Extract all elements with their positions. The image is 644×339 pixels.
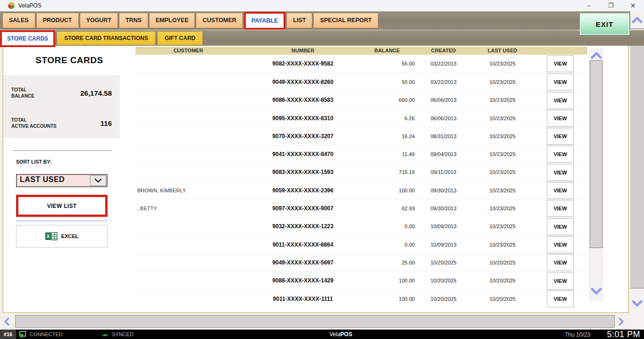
- balance-cell: 100.00: [360, 278, 415, 283]
- card-number-cell: 9049-XXXX-XXXX-5697: [256, 259, 350, 266]
- customer-cell: , BETTY: [137, 206, 239, 211]
- chevron-down-icon[interactable]: [90, 175, 106, 186]
- created-cell: 10/09/2013: [416, 242, 471, 248]
- card-number-cell: 9011-XXXX-XXXX-6864: [256, 241, 350, 248]
- minimize-button[interactable]: –: [577, 0, 600, 11]
- scroll-up-icon[interactable]: [591, 51, 602, 61]
- scroll-down-icon[interactable]: [591, 288, 602, 297]
- terminal-number-badge: #16: [0, 330, 16, 339]
- total-value: 26,174.58: [80, 89, 112, 97]
- view-button[interactable]: VIEW: [547, 164, 574, 181]
- created-cell: 10/09/2013: [416, 223, 471, 229]
- exit-button[interactable]: EXIT: [580, 13, 629, 35]
- last-used-cell: 10/23/2025: [475, 206, 530, 211]
- nav-tab[interactable]: EMPLOYEE: [149, 13, 195, 28]
- view-button[interactable]: VIEW: [547, 218, 574, 235]
- window-horizontal-scrollbar[interactable]: [0, 314, 629, 329]
- divider: [13, 150, 112, 151]
- sort-dropdown-value: LAST USED: [20, 175, 65, 184]
- nav-tab[interactable]: YOGURT: [80, 13, 118, 28]
- nav-tab[interactable]: PRODUCT: [36, 13, 79, 28]
- view-button[interactable]: VIEW: [547, 182, 574, 199]
- table-row: , BETTY 9097-XXXX-XXXX-9007 62.93 09/30/…: [135, 199, 587, 217]
- view-button[interactable]: VIEW: [547, 290, 574, 307]
- nav-tab[interactable]: PAYABLE: [244, 12, 286, 30]
- title-bar: VelaPOS – ❐ ✕: [0, 0, 644, 11]
- table-row: 9049-XXXX-XXXX-8260 50.00 03/22/2013 10/…: [135, 73, 587, 91]
- created-cell: 09/30/2013: [416, 188, 471, 193]
- last-used-cell: 10/23/2025: [475, 169, 530, 175]
- created-cell: 03/22/2013: [416, 79, 471, 85]
- table-row: 9011-XXXX-XXXX-1111 100.00 10/20/2025 10…: [135, 289, 587, 307]
- total-value: 116: [100, 119, 112, 127]
- scroll-down-icon[interactable]: [632, 300, 643, 309]
- connection-icon: [19, 331, 27, 339]
- close-button[interactable]: ✕: [622, 0, 644, 11]
- balance-cell: 660.00: [360, 97, 415, 103]
- created-cell: 06/06/2013: [416, 97, 471, 103]
- nav-tab[interactable]: SALES: [2, 13, 35, 28]
- page-title: STORE CARDS: [3, 55, 135, 66]
- view-button[interactable]: VIEW: [547, 128, 574, 145]
- created-cell: 08/31/2013: [416, 133, 471, 139]
- excel-icon: X: [45, 232, 58, 240]
- scrollbar-thumb[interactable]: [630, 28, 644, 289]
- sort-dropdown[interactable]: LAST USED: [16, 174, 108, 187]
- table-scrollbar[interactable]: [589, 48, 603, 301]
- nav-tab[interactable]: TRNS: [119, 13, 148, 28]
- store-cards-table: CUSTOMER NUMBER BALANCE CREATED LAST USE…: [135, 46, 628, 311]
- view-button[interactable]: VIEW: [547, 236, 574, 253]
- scrollbar-thumb[interactable]: [15, 315, 615, 328]
- table-row: 9088-XXXX-XXXX-1429 100.00 10/20/2025 10…: [135, 272, 587, 289]
- nav-tab[interactable]: CUSTOMER: [196, 13, 243, 28]
- divider: [16, 221, 108, 221]
- scroll-right-icon[interactable]: [618, 317, 625, 328]
- created-cell: 10/20/2025: [416, 260, 471, 265]
- synced-cloud-icon: ☁: [101, 330, 108, 338]
- view-button[interactable]: VIEW: [547, 200, 574, 217]
- table-header: CUSTOMER NUMBER BALANCE CREATED LAST USE…: [135, 47, 587, 55]
- balance-cell: 62.93: [360, 206, 415, 211]
- card-number-cell: 9049-XXXX-XXXX-8260: [256, 79, 350, 85]
- view-list-button[interactable]: VIEW LIST: [16, 195, 108, 217]
- view-button[interactable]: VIEW: [547, 74, 574, 91]
- sub-nav-tab[interactable]: STORE CARDS: [0, 30, 55, 47]
- view-button[interactable]: VIEW: [547, 146, 574, 163]
- view-button[interactable]: VIEW: [547, 273, 574, 289]
- col-header-created: CREATED: [416, 47, 471, 55]
- sidebar: STORE CARDS TOTAL BALANCE 26,174.58 TOTA…: [3, 46, 135, 311]
- balance-cell: 25.00: [360, 260, 415, 265]
- table-row: 9086-XXXX-XXXX-8583 660.00 06/06/2013 10…: [135, 91, 587, 109]
- created-cell: 10/20/2025: [416, 296, 471, 302]
- created-cell: 10/20/2025: [416, 278, 471, 283]
- content-area: STORE CARDS TOTAL BALANCE 26,174.58 TOTA…: [2, 46, 629, 313]
- view-button[interactable]: VIEW: [547, 110, 574, 127]
- table-rows: 9082-XXXX-XXXX-9582 55.00 03/22/2013 10/…: [135, 55, 587, 307]
- window-title: VelaPOS: [18, 2, 42, 9]
- table-row: 9095-XXXX-XXXX-8310 6.26 06/06/2013 10/2…: [135, 109, 587, 127]
- restore-button[interactable]: ❐: [600, 0, 622, 11]
- window-controls: – ❐ ✕: [577, 0, 644, 11]
- excel-export-button[interactable]: X EXCEL: [16, 225, 108, 248]
- card-number-cell: 9041-XXXX-XXXX-8470: [256, 151, 350, 157]
- scroll-left-icon[interactable]: [3, 317, 10, 328]
- view-button[interactable]: VIEW: [547, 92, 574, 109]
- sub-nav-tab[interactable]: STORE CARD TRANSACTIONS: [57, 31, 156, 45]
- window-vertical-scrollbar[interactable]: [630, 11, 644, 330]
- nav-tab[interactable]: LIST: [286, 13, 312, 28]
- table-row: 9083-XXXX-XXXX-1593 715.19 09/11/2013 10…: [135, 163, 587, 181]
- view-button[interactable]: VIEW: [547, 254, 574, 271]
- created-cell: 06/06/2013: [416, 116, 471, 121]
- card-number-cell: 9088-XXXX-XXXX-1429: [256, 277, 350, 284]
- sub-tabs: STORE CARDSSTORE CARD TRANSACTIONSGIFT C…: [0, 30, 203, 47]
- balance-cell: 0.00: [360, 223, 415, 229]
- scroll-up-icon[interactable]: [632, 16, 643, 25]
- nav-tab[interactable]: SPECIAL REPORT: [313, 13, 378, 28]
- balance-cell: 6.26: [360, 116, 415, 121]
- total-label: TOTAL ACTIVE ACCOUNTS: [11, 117, 57, 129]
- view-button[interactable]: VIEW: [547, 55, 574, 72]
- col-header-customer: CUSTOMER: [137, 47, 239, 55]
- sub-nav-tab[interactable]: GIFT CARD: [157, 31, 203, 45]
- total-label: TOTAL BALANCE: [11, 87, 34, 99]
- scrollbar-thumb[interactable]: [590, 60, 602, 248]
